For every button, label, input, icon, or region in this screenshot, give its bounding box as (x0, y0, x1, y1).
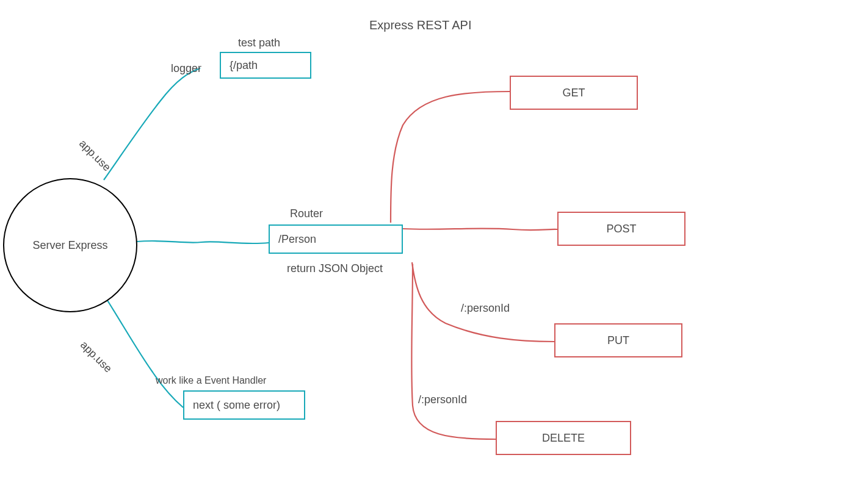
method-delete-path: /:personId (418, 393, 467, 406)
error-handler-box-text: next ( some error) (193, 399, 280, 412)
router-return-label: return JSON Object (287, 262, 383, 275)
error-handler-caption: work like a Event Handler (156, 375, 266, 386)
method-put-label: PUT (607, 334, 629, 347)
method-delete-label: DELETE (542, 432, 585, 445)
diagram-stage: Express REST API Server Express app.use … (0, 0, 868, 488)
server-express-label: Server Express (32, 239, 107, 252)
app-use-bottom-label: app.use (78, 339, 114, 375)
server-express-node: Server Express (3, 178, 137, 312)
test-path-box: {/path (220, 52, 311, 79)
method-put-path: /:personId (461, 302, 510, 315)
test-path-box-text: {/path (230, 59, 258, 72)
logger-label: logger (171, 62, 201, 75)
router-box: /Person (269, 224, 403, 254)
method-delete-box: DELETE (496, 421, 631, 455)
router-label: Router (290, 207, 323, 220)
diagram-title: Express REST API (369, 18, 471, 32)
method-post-label: POST (606, 223, 636, 235)
test-path-label: test path (238, 37, 280, 49)
router-box-text: /Person (278, 233, 316, 246)
method-put-box: PUT (554, 323, 682, 357)
method-get-label: GET (562, 87, 585, 99)
method-post-box: POST (557, 212, 685, 246)
error-handler-box: next ( some error) (183, 390, 305, 420)
app-use-top-label: app.use (76, 137, 113, 174)
method-get-box: GET (510, 76, 638, 110)
